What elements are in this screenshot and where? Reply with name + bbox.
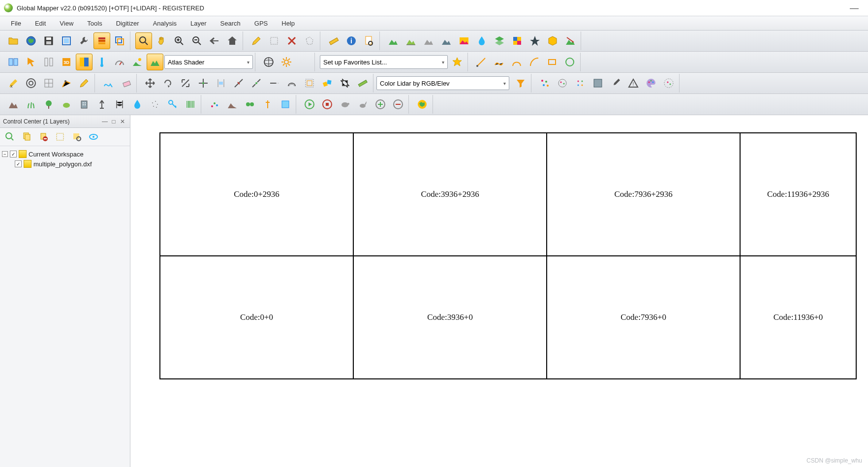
panel-close-button[interactable]: ✕ — [118, 118, 127, 125]
panel-zoom-button[interactable] — [2, 130, 18, 144]
snap-move-button[interactable] — [195, 75, 212, 92]
ruler-diag-button[interactable] — [354, 75, 371, 92]
sun-terrain-button[interactable] — [129, 54, 146, 70]
feat-water-button[interactable] — [129, 96, 146, 113]
menu-analysis[interactable]: Analysis — [147, 18, 183, 29]
feat-powerline-button[interactable] — [111, 96, 128, 113]
digitizer-pencil-button[interactable] — [248, 32, 265, 49]
menu-view[interactable]: View — [54, 18, 79, 29]
move-button[interactable] — [142, 75, 158, 92]
scale-button[interactable] — [177, 75, 194, 92]
measure-button[interactable] — [325, 32, 342, 49]
rotate-button[interactable] — [159, 75, 176, 92]
draw-arc-button[interactable] — [526, 54, 543, 70]
crop-button[interactable] — [337, 75, 353, 92]
globe-color-button[interactable] — [414, 96, 431, 113]
split-button[interactable] — [230, 75, 247, 92]
menu-layer[interactable]: Layer — [185, 18, 213, 29]
tree-root-node[interactable]: − ✓ Current Workspace — [2, 149, 128, 159]
feat-key-button[interactable] — [164, 96, 181, 113]
globe-button[interactable] — [23, 32, 39, 49]
layer-checkbox[interactable]: ✓ — [15, 160, 22, 167]
target-button[interactable] — [23, 75, 39, 92]
edit-x-button[interactable]: x — [5, 75, 22, 92]
pan-button[interactable] — [153, 32, 170, 49]
control-center-button[interactable] — [93, 32, 110, 49]
buffer-button[interactable] — [301, 75, 318, 92]
pointcloud-2-button[interactable] — [554, 75, 571, 92]
select-rect-button[interactable] — [266, 32, 282, 49]
density-button[interactable] — [589, 75, 606, 92]
palette-button[interactable] — [643, 75, 659, 92]
join-button[interactable] — [248, 75, 265, 92]
favorite-star-button[interactable] — [449, 54, 465, 70]
plane-button[interactable] — [527, 32, 543, 49]
wrench-button[interactable] — [76, 32, 93, 49]
feat-grass-button[interactable] — [23, 96, 39, 113]
splitview-button[interactable] — [5, 54, 22, 70]
panel-minimize-button[interactable]: — — [100, 118, 109, 125]
feat-mountain-button[interactable] — [5, 96, 22, 113]
menu-file[interactable]: File — [5, 18, 27, 29]
menu-help[interactable]: Help — [276, 18, 301, 29]
freehand-button[interactable] — [100, 75, 117, 92]
rabbit-button[interactable] — [354, 96, 371, 113]
hex-button[interactable] — [544, 32, 561, 49]
draw-rect-button[interactable] — [544, 54, 560, 70]
home-button[interactable] — [224, 32, 241, 49]
play-button[interactable] — [301, 96, 318, 113]
stop-button[interactable] — [319, 96, 336, 113]
warn-triangle-button[interactable]: ! — [625, 75, 642, 92]
thermometer-button[interactable] — [93, 54, 110, 70]
expand-icon[interactable]: − — [2, 151, 8, 157]
panel-copy-button[interactable] — [19, 130, 34, 144]
panel-select-button[interactable] — [52, 130, 68, 144]
extract-poles-button[interactable] — [259, 96, 276, 113]
menu-gps[interactable]: GPS — [248, 18, 274, 29]
terrain-3-button[interactable] — [420, 32, 437, 49]
3d-button[interactable]: 3D — [58, 54, 75, 70]
map-canvas[interactable]: Code:0+2936 Code:3936+2936 Code:7936+293… — [130, 115, 868, 467]
water-drop-button[interactable] — [473, 32, 490, 49]
favorites-combo[interactable]: Set up Favorites List... — [320, 55, 448, 69]
stats-button[interactable] — [206, 96, 223, 113]
imagery-button[interactable] — [456, 32, 472, 49]
raster-grid-button[interactable] — [509, 32, 526, 49]
gear-button[interactable] — [278, 54, 295, 70]
swipe-button[interactable] — [76, 54, 93, 70]
draw-circle-button[interactable] — [561, 54, 578, 70]
pointcloud-3-button[interactable] — [572, 75, 589, 92]
grid-edit-button[interactable] — [40, 75, 57, 92]
map-layout-button[interactable] — [58, 32, 75, 49]
minimize-button[interactable]: — — [844, 3, 864, 13]
terrain-analysis-button[interactable] — [562, 32, 579, 49]
cursor-arrow-button[interactable] — [23, 54, 39, 70]
feat-tree-button[interactable] — [40, 96, 57, 113]
back-button[interactable] — [206, 32, 223, 49]
extend-button[interactable] — [266, 75, 282, 92]
select-poly-button[interactable] — [301, 32, 318, 49]
feat-shrub-button[interactable] — [58, 96, 75, 113]
lidar-combo[interactable]: Color Lidar by RGB/Elev — [376, 76, 509, 90]
terrain-1-button[interactable] — [385, 32, 402, 49]
zoom-default-button[interactable] — [135, 32, 152, 49]
classify-button[interactable] — [660, 75, 677, 92]
open-folder-button[interactable] — [5, 32, 22, 49]
align-button[interactable] — [213, 75, 229, 92]
eyedropper-button[interactable] — [607, 75, 624, 92]
panel-delete-button[interactable] — [35, 130, 51, 144]
shader-combo[interactable]: Atlas Shader — [164, 55, 253, 69]
search-doc-button[interactable] — [361, 32, 377, 49]
extract-trees-button[interactable] — [242, 96, 258, 113]
info-button[interactable]: i — [343, 32, 360, 49]
extract-terrain-button[interactable] — [224, 96, 241, 113]
feat-noise-button[interactable] — [147, 96, 163, 113]
edit-pencil-button[interactable] — [76, 75, 93, 92]
tree-layer-node[interactable]: ✓ multiple_polygon.dxf — [15, 159, 128, 169]
menu-search[interactable]: Search — [215, 18, 247, 29]
profile-button[interactable] — [40, 54, 57, 70]
zoom-in-button[interactable] — [171, 32, 187, 49]
add-layer-button[interactable] — [372, 96, 389, 113]
zoom-out-button[interactable] — [188, 32, 205, 49]
gauge-button[interactable] — [111, 54, 128, 70]
